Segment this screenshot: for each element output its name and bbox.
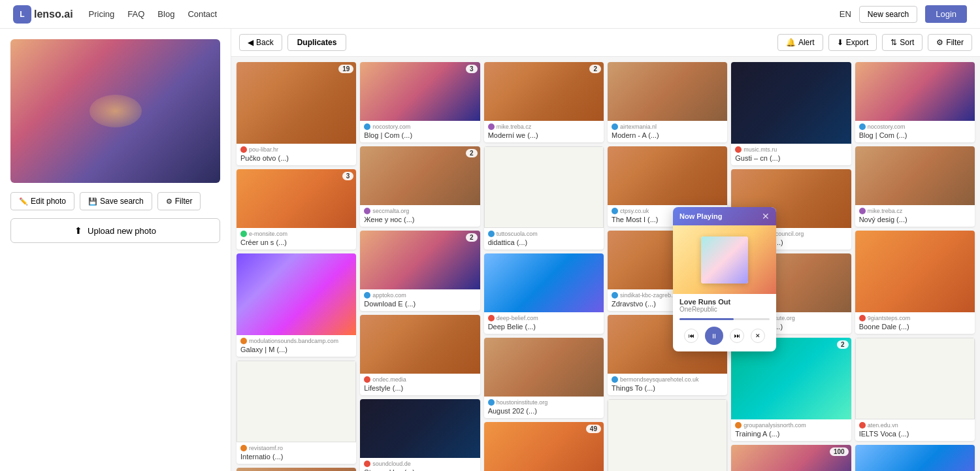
card-footer: deep-belief.comDeep Belie (...)	[484, 312, 604, 334]
source-favicon	[364, 461, 370, 467]
result-card[interactable]: mike.treba.czNový desig (...)	[855, 146, 975, 227]
card-image	[360, 231, 480, 289]
result-card[interactable]: revistaomf.roInternatio (...)	[237, 361, 356, 464]
result-card[interactable]: aten.edu.vnIELTS Voca (...)	[855, 338, 975, 441]
source-text: ctpsy.co.uk	[620, 208, 649, 214]
card-image	[608, 146, 727, 205]
play-pause-button[interactable]: ⏸	[705, 327, 723, 345]
card-source: apptoko.com	[364, 292, 476, 299]
result-card[interactable]: 9giantsteps.comBoone Dale (...)	[855, 231, 975, 334]
card-title: Pučko otvo (...)	[240, 154, 352, 162]
result-card[interactable]: deep-belief.comDeep Belie (...)	[484, 253, 604, 334]
result-card[interactable]: tuttoscuola.comdidattica (...)	[484, 146, 604, 250]
card-title: Nový desig (...)	[859, 216, 971, 223]
result-card[interactable]: houstoninstitute.orgAugust 202 (...)	[484, 338, 604, 418]
sort-button[interactable]: ⇅ Sort	[882, 34, 923, 51]
lang-selector[interactable]: EN	[840, 9, 851, 19]
result-card[interactable]: 2seccmalta.orgЖенe y нос (...)	[360, 146, 480, 227]
card-source: bermondseysquarehotel.co.uk	[612, 376, 723, 383]
next-button[interactable]: ⏭	[730, 329, 744, 343]
album-art	[673, 225, 776, 294]
result-card[interactable]: music.mts.ruGusti – cn (...)	[731, 62, 851, 165]
source-text: pou-libar.hr	[249, 146, 278, 153]
source-favicon	[612, 376, 618, 383]
card-source: seccmalta.org	[364, 208, 476, 214]
card-source: 9giantsteps.com	[859, 315, 971, 321]
nav-faq[interactable]: FAQ	[127, 9, 144, 19]
save-search-button[interactable]: 💾 Save search	[80, 192, 152, 210]
close-icon[interactable]: ✕	[762, 212, 770, 221]
card-image	[360, 399, 480, 458]
card-title: Créer un s (...)	[240, 238, 352, 246]
card-image	[484, 338, 604, 397]
card-footer: tuttoscuola.comdidattica (...)	[484, 228, 604, 250]
result-card[interactable]: 19pou-libar.hrPučko otvo (...)	[237, 62, 356, 165]
nav-pricing[interactable]: Pricing	[89, 9, 115, 19]
card-image	[237, 361, 356, 442]
card-title: Deep Belie (...)	[488, 323, 600, 331]
back-icon: ◀	[248, 38, 253, 47]
result-card[interactable]: 3e-monsite.comCréer un s (...)	[237, 169, 356, 250]
card-footer: seccmalta.orgЖенe y нос (...)	[360, 205, 480, 227]
card-footer: mike.treba.czModerní we (...)	[484, 121, 604, 142]
card-footer: bermondseysquarehotel.co.ukThings To (..…	[608, 374, 727, 395]
source-text: tuttoscuola.com	[497, 231, 538, 237]
result-card[interactable]: soundcloud.deStream Use (...)	[360, 399, 480, 471]
result-card[interactable]: projectj.coWall Art w (...)	[237, 468, 356, 471]
result-card[interactable]: 2groupanalysisnorth.comTraining A (...)	[731, 338, 851, 441]
close-player-button[interactable]: ✕	[751, 329, 765, 343]
alert-button[interactable]: 🔔 Alert	[777, 34, 823, 51]
card-source: deep-belief.com	[488, 315, 600, 321]
result-card[interactable]: bezprawnik.plopłaty (...)	[855, 445, 975, 471]
card-count-badge: 3	[466, 65, 478, 73]
filter-button[interactable]: ⚙ Filter	[928, 34, 972, 51]
new-search-button[interactable]: New search	[859, 6, 917, 23]
result-card[interactable]: 3nocostory.comBlog | Com (...)	[360, 62, 480, 142]
result-card[interactable]: 49tickets.rialtocenter.orgArto-Cente (..…	[484, 422, 604, 471]
upload-photo-button[interactable]: ⬆ Upload new photo	[10, 218, 220, 243]
card-count-badge: 3	[342, 172, 354, 180]
preview-image	[10, 39, 220, 183]
result-card[interactable]: 100artificial3d.comHow Do You (...)	[731, 445, 851, 471]
login-button[interactable]: Login	[925, 5, 967, 23]
card-title: Modern - A (...)	[612, 131, 723, 139]
card-source: revistaomf.ro	[240, 445, 352, 451]
prev-button[interactable]: ⏮	[684, 329, 698, 343]
track-title: Love Runs Out	[679, 298, 770, 306]
result-card[interactable]: nocostory.comBlog | Com (...)	[855, 62, 975, 142]
nav-blog[interactable]: Blog	[157, 9, 174, 19]
result-card[interactable]: ondec.mediaLifestyle (...)	[360, 315, 480, 395]
card-source: ondec.media	[364, 376, 476, 383]
card-footer: aten.edu.vnIELTS Voca (...)	[855, 419, 975, 441]
source-favicon	[488, 123, 495, 130]
edit-photo-button[interactable]: ✏️ Edit photo	[10, 192, 74, 210]
filter-button-left[interactable]: ⚙ Filter	[157, 192, 201, 210]
result-card[interactable]: 2apptoko.comDownload E (...)	[360, 231, 480, 311]
result-card[interactable]: 2mike.treba.czModerní we (...)	[484, 62, 604, 142]
card-footer: airtexmania.nlModern - A (...)	[608, 121, 727, 142]
card-title: Moderní we (...)	[488, 131, 600, 139]
nav-contact[interactable]: Contact	[188, 9, 217, 19]
source-text: 9giantsteps.com	[868, 315, 911, 321]
card-footer: apptoko.comDownload E (...)	[360, 289, 480, 311]
source-favicon	[859, 315, 866, 321]
card-count-badge: 2	[466, 149, 478, 157]
card-count-badge: 2	[837, 340, 849, 349]
card-count-badge: 100	[830, 447, 849, 456]
result-card[interactable]: spiritalivemagazine.magcloud.comVoid Vec…	[608, 399, 727, 471]
left-panel: ✏️ Edit photo 💾 Save search ⚙ Filter ⬆ U…	[0, 29, 231, 471]
action-buttons: ✏️ Edit photo 💾 Save search ⚙ Filter	[10, 192, 220, 210]
card-title: Download E (...)	[364, 300, 476, 308]
result-card[interactable]: modulationsounds.bandcamp.comGalaxy | M …	[237, 253, 356, 357]
card-source: e-monsite.com	[240, 231, 352, 237]
progress-bar-bg[interactable]	[679, 318, 770, 320]
export-button[interactable]: ⬇ Export	[828, 34, 877, 51]
progress-bar-fill	[679, 318, 734, 320]
toolbar-right: 🔔 Alert ⬇ Export ⇅ Sort ⚙ Filter	[777, 34, 972, 51]
logo[interactable]: L lenso.ai	[13, 5, 73, 24]
duplicates-button[interactable]: Duplicates	[287, 34, 347, 51]
card-image	[360, 146, 480, 205]
card-footer: 9giantsteps.comBoone Dale (...)	[855, 312, 975, 334]
back-button[interactable]: ◀ Back	[239, 34, 282, 51]
result-card[interactable]: airtexmania.nlModern - A (...)	[608, 62, 727, 142]
